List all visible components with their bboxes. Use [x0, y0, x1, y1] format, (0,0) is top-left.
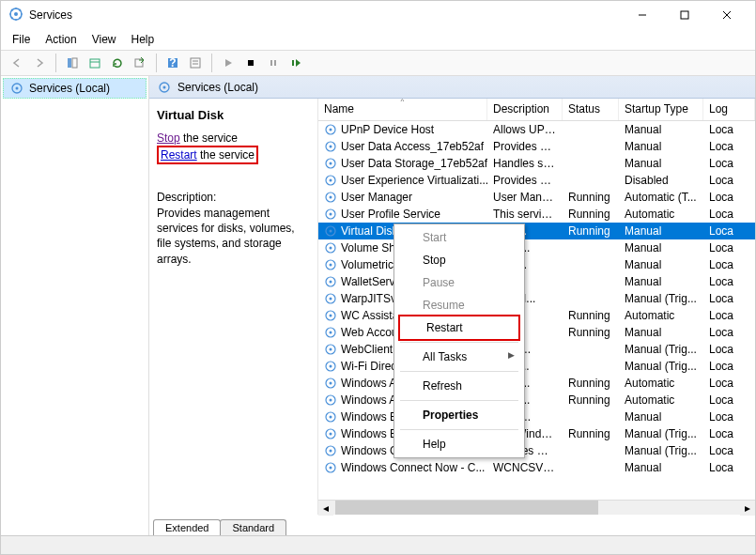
menu-view[interactable]: View [85, 31, 124, 48]
service-logon-cell: Loca [703, 123, 755, 136]
svg-point-53 [330, 365, 332, 368]
col-status[interactable]: Status [563, 99, 619, 120]
svg-text:?: ? [169, 56, 176, 69]
svg-point-33 [330, 196, 332, 199]
col-startup-type[interactable]: Startup Type [619, 99, 703, 120]
service-row[interactable]: Windows Connect Now - C...WCNCSVC ...Man… [318, 459, 755, 476]
menu-help[interactable]: Help [124, 31, 162, 48]
service-name-cell: WebClient [341, 343, 393, 356]
tab-extended[interactable]: Extended [153, 519, 221, 535]
col-description[interactable]: Description [487, 99, 563, 120]
svg-point-43 [330, 281, 332, 284]
tree-node-services-local[interactable]: Services (Local) [3, 78, 147, 99]
help-button[interactable]: ? [162, 53, 183, 73]
back-button[interactable] [7, 53, 27, 73]
service-row[interactable]: UPnP Device HostAllows UPn...ManualLoca [318, 121, 755, 138]
ctx-pause[interactable]: Pause [396, 271, 522, 294]
ctx-help[interactable]: Help [396, 433, 522, 455]
service-row[interactable]: Virtual Diskes m...RunningManualLoca [318, 223, 755, 239]
service-desc-cell: User Manag... [487, 191, 563, 204]
ctx-resume[interactable]: Resume [396, 294, 522, 316]
stop-service-link[interactable]: Stop [157, 131, 180, 145]
service-row[interactable]: WarpJITSvces a JI...Manual (Trig...Loca [318, 290, 755, 307]
menu-file[interactable]: File [5, 31, 38, 48]
maximize-button[interactable] [663, 1, 705, 29]
col-log-on-as[interactable]: Log [703, 99, 755, 120]
tab-standard[interactable]: Standard [220, 519, 286, 535]
svg-rect-18 [274, 60, 276, 66]
svg-point-57 [330, 399, 332, 402]
service-startup-cell: Manual [619, 410, 703, 424]
service-name-cell: User Experience Virtualizati... [341, 174, 487, 187]
ctx-start[interactable]: Start [396, 226, 522, 249]
service-row[interactable]: WebClients Win...Manual (Trig...Loca [318, 341, 755, 358]
service-status-cell: Running [563, 191, 619, 204]
menu-action[interactable]: Action [38, 31, 84, 48]
properties-button[interactable] [185, 53, 206, 73]
services-icon [157, 80, 172, 95]
ctx-all-tasks[interactable]: All Tasks [396, 346, 522, 368]
stop-service-button[interactable] [240, 53, 261, 73]
service-icon [324, 377, 337, 390]
service-row[interactable]: Volume Shadow Copyes an...ManualLoca [318, 239, 755, 256]
service-logon-cell: Loca [703, 444, 755, 457]
col-name[interactable]: Name^ [318, 99, 487, 120]
service-row[interactable]: Wi-Fi Direct Serviceses co...Manual (Tri… [318, 358, 755, 375]
service-logon-cell: Loca [703, 258, 755, 271]
service-row[interactable]: Windows Backupes Wi...ManualLoca [318, 409, 755, 425]
view-tabs: Extended Standard [149, 515, 755, 535]
service-row[interactable]: Windows Audio Endpointes au...RunningAut… [318, 392, 755, 409]
service-list: Name^ Description Status Startup Type Lo… [318, 99, 755, 515]
horizontal-scrollbar[interactable]: ◂▸ [318, 500, 755, 515]
show-hide-tree-button[interactable] [62, 53, 83, 73]
service-row[interactable]: WalletServicebjec...ManualLoca [318, 273, 755, 290]
service-row[interactable]: Windows Camera Frame Se...Enables mul...… [318, 442, 755, 459]
service-row[interactable]: User Experience Virtualizati...Provides … [318, 172, 755, 189]
ctx-restart[interactable]: Restart [400, 316, 518, 339]
title-bar: Services [1, 1, 755, 29]
service-row[interactable]: User Data Access_17eb52afProvides ap...M… [318, 138, 755, 155]
service-row[interactable]: User ManagerUser Manag...RunningAutomati… [318, 189, 755, 206]
svg-point-1 [14, 12, 18, 16]
export-list-button[interactable] [85, 53, 105, 73]
service-startup-cell: Disabled [619, 174, 703, 187]
tree-node-label: Services (Local) [29, 82, 110, 95]
ctx-refresh[interactable]: Refresh [396, 375, 522, 397]
service-logon-cell: Loca [703, 461, 755, 474]
service-logon-cell: Loca [703, 360, 755, 373]
service-row[interactable]: Web Account Managervice ...RunningManual… [318, 324, 755, 341]
ctx-properties[interactable]: Properties [396, 404, 522, 426]
service-row[interactable]: Volumetric Audiopatia...ManualLoca [318, 256, 755, 273]
export-button[interactable] [130, 53, 150, 73]
service-icon [324, 360, 337, 373]
service-status-cell: Running [563, 393, 619, 407]
ctx-stop[interactable]: Stop [396, 249, 522, 271]
svg-point-45 [330, 298, 332, 301]
service-icon [324, 326, 337, 339]
minimize-button[interactable] [621, 1, 663, 29]
service-row[interactable]: WC Assistantare ...RunningAutomaticLoca [318, 307, 755, 324]
service-logon-cell: Loca [703, 377, 755, 390]
restart-service-link[interactable]: Restart [161, 148, 197, 162]
toolbar: ? [1, 50, 755, 76]
service-startup-cell: Manual (Trig... [619, 427, 703, 440]
service-row[interactable]: Windows Biometric ServiceThe Windo...Run… [318, 425, 755, 442]
service-row[interactable]: User Data Storage_17eb52afHandles sto...… [318, 155, 755, 172]
status-bar [1, 535, 755, 554]
service-row[interactable]: Windows Audioes au...RunningAutomaticLoc… [318, 375, 755, 392]
service-desc-cell: Allows UPn... [487, 123, 563, 136]
close-button[interactable] [705, 1, 748, 29]
restart-service-button[interactable] [285, 53, 306, 73]
start-service-button[interactable] [218, 53, 239, 73]
service-startup-cell: Manual [619, 157, 703, 170]
service-status-cell: Running [563, 427, 619, 440]
service-icon [324, 191, 337, 204]
forward-button[interactable] [29, 53, 50, 73]
svg-rect-6 [68, 58, 71, 68]
pause-service-button[interactable] [263, 53, 284, 73]
service-desc-cell: Handles sto... [487, 157, 563, 170]
service-row[interactable]: User Profile ServiceThis service ...Runn… [318, 206, 755, 223]
refresh-button[interactable] [107, 53, 128, 73]
right-header-label: Services (Local) [177, 81, 258, 94]
service-desc-cell: Provides su... [487, 174, 563, 187]
